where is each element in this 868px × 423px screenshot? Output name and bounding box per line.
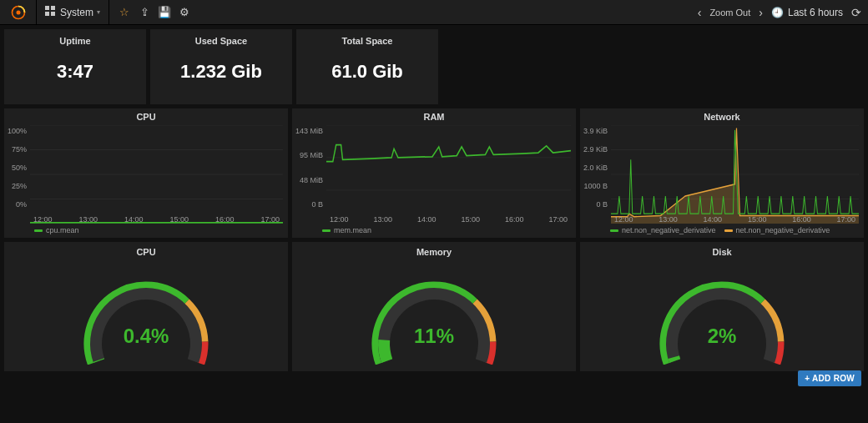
y-axis: 100%75%50%25%0% — [8, 125, 30, 224]
settings-gear-icon[interactable]: ⚙ — [174, 0, 194, 25]
axis-tick: 17:00 — [548, 215, 568, 224]
axis-tick: 13:00 — [659, 215, 678, 224]
legend-swatch — [34, 229, 43, 232]
graph-row: CPU 100%75%50%25%0% 12:0013:0014:0015:00… — [4, 108, 864, 238]
plot-area: 12:0013:0014:0015:0016:0017:00 — [30, 125, 283, 224]
legend-swatch — [322, 229, 331, 232]
legend-item[interactable]: net.non_negative_derivative — [610, 226, 716, 234]
panel-title: CPU — [136, 242, 155, 257]
axis-tick: 12:00 — [330, 215, 349, 224]
panel-title: Disk — [712, 242, 731, 257]
axis-tick: 100% — [8, 127, 27, 135]
legend-item[interactable]: net.non_negative_derivative — [724, 226, 830, 234]
star-icon[interactable]: ☆ — [114, 0, 134, 25]
axis-tick: 50% — [8, 164, 27, 172]
svg-rect-4 — [45, 12, 49, 16]
clock-icon: 🕘 — [771, 7, 784, 18]
axis-tick: 75% — [8, 145, 27, 154]
topbar: System ▾ ☆ ⇪ 💾 ⚙ ‹ Zoom Out › 🕘 Last 6 h… — [0, 0, 868, 25]
stat-value: 1.232 Gib — [180, 61, 262, 83]
refresh-button[interactable]: ⟳ — [851, 6, 861, 19]
axis-tick: 0% — [8, 200, 27, 209]
axis-tick: 15:00 — [461, 215, 480, 224]
zoom-out-button[interactable]: Zoom Out — [709, 8, 750, 18]
stat-used-space[interactable]: Used Space 1.232 Gib — [150, 29, 292, 104]
axis-tick: 16:00 — [792, 215, 811, 224]
time-range-picker[interactable]: 🕘 Last 6 hours — [771, 7, 843, 18]
stat-row: Uptime 3:47 Used Space 1.232 Gib Total S… — [4, 29, 864, 104]
x-axis: 12:0013:0014:0015:0016:0017:00 — [30, 215, 283, 224]
legend: mem.mean — [292, 224, 576, 238]
axis-tick: 95 MiB — [295, 151, 323, 159]
svg-rect-5 — [51, 12, 55, 16]
stat-value: 3:47 — [57, 61, 93, 83]
axis-tick: 143 MiB — [295, 127, 323, 135]
toolbar: ☆ ⇪ 💾 ⚙ — [109, 0, 199, 25]
graph-ram[interactable]: RAM 143 MiB95 MiB48 MiB0 B 12:0013:0014:… — [292, 108, 576, 238]
legend-label: net.non_negative_derivative — [736, 226, 830, 234]
save-icon[interactable]: 💾 — [154, 0, 174, 25]
time-back-button[interactable]: ‹ — [698, 6, 702, 19]
legend: net.non_negative_derivativenet.non_negat… — [580, 224, 864, 238]
legend-swatch — [610, 229, 618, 232]
y-axis: 3.9 KiB2.9 KiB2.0 KiB1000 B0 B — [583, 125, 611, 224]
svg-rect-3 — [51, 6, 55, 10]
panel-title: CPU — [4, 108, 288, 123]
axis-tick: 1000 B — [583, 182, 608, 190]
axis-tick: 13:00 — [79, 215, 98, 224]
panel-title: Uptime — [59, 36, 90, 46]
axis-tick: 12:00 — [614, 215, 633, 224]
svg-rect-2 — [45, 6, 49, 10]
dashboard-picker[interactable]: System ▾ — [37, 0, 109, 25]
panel-title: Total Space — [342, 36, 393, 46]
gauge-disk[interactable]: Disk2% — [580, 242, 864, 371]
gauge-value: 2% — [708, 325, 737, 348]
legend-swatch — [724, 229, 733, 232]
time-forward-button[interactable]: › — [759, 6, 763, 19]
y-axis: 143 MiB95 MiB48 MiB0 B — [295, 125, 326, 224]
axis-tick: 14:00 — [124, 215, 144, 224]
add-row-button[interactable]: + ADD ROW — [798, 370, 861, 386]
axis-tick: 2.0 KiB — [583, 164, 608, 172]
axis-tick: 17:00 — [836, 215, 855, 224]
legend: cpu.mean — [4, 224, 288, 238]
gauge-wrap: 11% — [292, 257, 576, 371]
panel-title: RAM — [292, 108, 576, 123]
grafana-logo[interactable] — [0, 0, 37, 25]
axis-tick: 3.9 KiB — [583, 127, 608, 135]
svg-point-1 — [16, 10, 20, 14]
share-icon[interactable]: ⇪ — [134, 0, 154, 25]
axis-tick: 0 B — [295, 200, 323, 209]
gauge-value: 0.4% — [124, 325, 169, 348]
time-range-label: Last 6 hours — [788, 7, 843, 18]
axis-tick: 0 B — [583, 200, 608, 209]
stat-uptime[interactable]: Uptime 3:47 — [4, 29, 146, 104]
stat-total-space[interactable]: Total Space 61.0 Gib — [296, 29, 438, 104]
axis-tick: 14:00 — [417, 215, 437, 224]
gauge-row: CPU0.4%Memory11%Disk2% — [4, 242, 864, 371]
axis-tick: 16:00 — [505, 215, 524, 224]
graph-network[interactable]: Network 3.9 KiB2.9 KiB2.0 KiB1000 B0 B — [580, 108, 864, 238]
legend-item[interactable]: mem.mean — [322, 226, 371, 234]
plot-area: 12:0013:0014:0015:0016:0017:00 — [611, 125, 859, 224]
gauge-cpu[interactable]: CPU0.4% — [4, 242, 288, 371]
gauge-value: 11% — [414, 325, 454, 348]
x-axis: 12:0013:0014:0015:0016:0017:00 — [326, 215, 571, 224]
axis-tick: 12:00 — [33, 215, 53, 224]
gauge-memory[interactable]: Memory11% — [292, 242, 576, 371]
axis-tick: 15:00 — [169, 215, 189, 224]
dashboard-name: System — [60, 7, 93, 18]
axis-tick: 2.9 KiB — [583, 145, 608, 154]
legend-label: net.non_negative_derivative — [622, 226, 716, 234]
gauge-wrap: 0.4% — [4, 257, 288, 371]
axis-tick: 14:00 — [704, 215, 723, 224]
panel-title: Used Space — [195, 36, 247, 46]
panel-title: Network — [580, 108, 864, 123]
axis-tick: 48 MiB — [295, 176, 323, 184]
graph-cpu[interactable]: CPU 100%75%50%25%0% 12:0013:0014:0015:00… — [4, 108, 288, 238]
gauge-wrap: 2% — [580, 257, 864, 371]
plot-area: 12:0013:0014:0015:0016:0017:00 — [326, 125, 571, 224]
axis-tick: 16:00 — [215, 215, 235, 224]
dashboard-body: Uptime 3:47 Used Space 1.232 Gib Total S… — [0, 25, 868, 375]
legend-item[interactable]: cpu.mean — [34, 226, 79, 234]
